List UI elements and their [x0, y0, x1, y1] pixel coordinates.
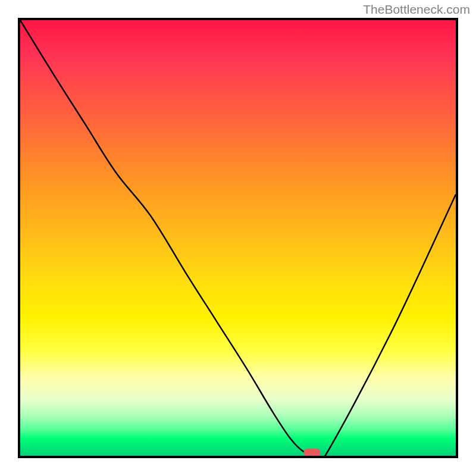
- bottleneck-curve-line: [20, 20, 456, 456]
- attribution-text: TheBottleneck.com: [363, 2, 470, 17]
- optimal-point-marker: [303, 449, 320, 456]
- bottleneck-chart: [18, 18, 458, 458]
- chart-svg: [20, 20, 456, 456]
